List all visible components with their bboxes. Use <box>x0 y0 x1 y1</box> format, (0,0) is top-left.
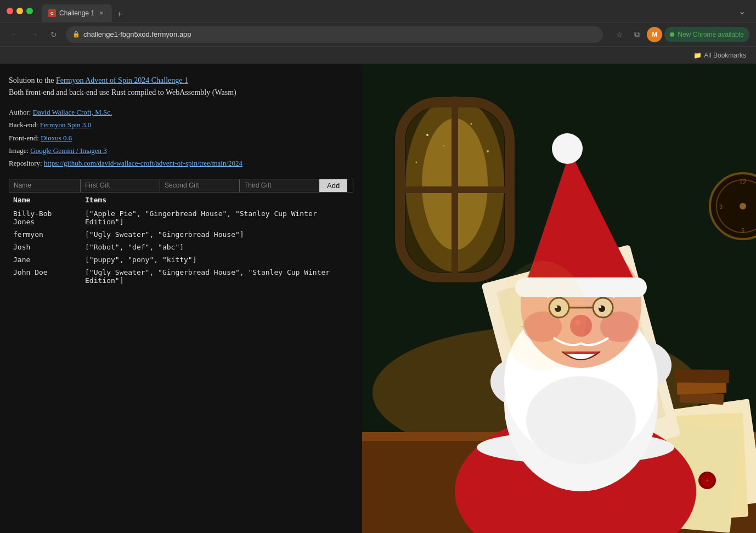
all-bookmarks-button[interactable]: 📁 All Bookmarks <box>690 50 749 61</box>
intro-text: Solution to the Fermyon Advent of Spin 2… <box>9 75 353 99</box>
maximize-button[interactable] <box>26 8 33 14</box>
folder-icon: 📁 <box>693 52 702 59</box>
meta-section: Author: David Wallace Croft, M.Sc. Back-… <box>9 106 353 170</box>
col-items-header: Items <box>81 192 353 207</box>
table-row: Josh["Robot", "def", "abc"] <box>9 241 353 253</box>
traffic-lights <box>7 8 33 14</box>
third-gift-input[interactable] <box>240 179 319 192</box>
santa-image: 12 3 6 9 ✦ <box>362 64 756 533</box>
gift-form: Add <box>9 179 353 192</box>
table-cell-name: Jane <box>9 253 81 266</box>
frontend-label: Front-end: <box>9 134 41 142</box>
address-text: challenge1-fbgn5xod.fermyon.app <box>83 30 596 38</box>
titlebar: C Challenge 1 ✕ + ⌄ <box>0 0 756 22</box>
svg-text:6: 6 <box>741 228 744 234</box>
svg-point-45 <box>526 376 636 464</box>
bookmarks-bar: 📁 All Bookmarks <box>0 46 756 64</box>
bookmark-button[interactable]: ☆ <box>612 27 627 42</box>
first-gift-input[interactable] <box>81 179 160 192</box>
svg-point-8 <box>426 134 428 136</box>
reload-button[interactable]: ↻ <box>46 27 61 42</box>
table-row: Jane["puppy", "pony", "kitty"] <box>9 253 353 266</box>
update-dot <box>670 32 674 37</box>
svg-text:9: 9 <box>719 204 723 210</box>
tab-close-button[interactable]: ✕ <box>98 9 105 17</box>
bookmark-icon: ☆ <box>616 30 623 39</box>
author-line: Author: David Wallace Croft, M.Sc. <box>9 106 353 118</box>
table-row: John Doe["Ugly Sweater", "Gingerbread Ho… <box>9 266 353 287</box>
svg-point-11 <box>416 162 418 163</box>
repo-line: Repository: https://github.com/david-wal… <box>9 157 353 169</box>
extensions-icon: ⧉ <box>634 30 640 39</box>
chrome-update-button[interactable]: New Chrome available <box>664 27 749 42</box>
back-button[interactable]: ← <box>7 27 22 42</box>
navbar: ← → ↻ 🔒 challenge1-fbgn5xod.fermyon.app … <box>0 22 756 46</box>
table-cell-items: ["Apple Pie", "Gingerbread House", "Stan… <box>81 207 353 228</box>
image-label: Image: <box>9 146 30 155</box>
add-button[interactable]: Add <box>319 179 347 192</box>
table-cell-name: Billy-Bob Jones <box>9 207 81 228</box>
svg-text:12: 12 <box>739 178 747 186</box>
svg-rect-31 <box>674 369 729 383</box>
minimize-button[interactable] <box>16 8 23 14</box>
profile-label: M <box>652 31 657 38</box>
repo-link[interactable]: https://github.com/david-wallace-croft/a… <box>44 159 242 167</box>
active-tab[interactable]: C Challenge 1 ✕ <box>42 4 112 22</box>
table-cell-items: ["Robot", "def", "abc"] <box>81 241 353 253</box>
table-header-row: Name Items <box>9 192 353 207</box>
forward-icon: → <box>30 30 38 39</box>
chrome-update-text: New Chrome available <box>678 31 744 38</box>
table-cell-items: ["Ugly Sweater", "Gingerbread House", "S… <box>81 266 353 287</box>
reload-icon: ↻ <box>50 30 57 39</box>
tab-title: Challenge 1 <box>59 9 94 17</box>
address-bar[interactable]: 🔒 challenge1-fbgn5xod.fermyon.app <box>66 26 603 43</box>
svg-point-55 <box>599 306 601 308</box>
nav-icons: ☆ ⧉ M New Chrome available <box>612 27 749 42</box>
frontend-link[interactable]: Dioxus 0.6 <box>41 134 72 142</box>
svg-point-12 <box>443 145 444 146</box>
table-row: fermyon["Ugly Sweater", "Gingerbread Hou… <box>9 228 353 241</box>
image-line: Image: Google Gemini / Imagen 3 <box>9 144 353 157</box>
table-cell-items: ["Ugly Sweater", "Gingerbread House"] <box>81 228 353 241</box>
lock-icon: 🔒 <box>72 31 80 38</box>
back-icon: ← <box>10 30 18 39</box>
author-label: Author: <box>9 108 33 116</box>
frontend-line: Front-end: Dioxus 0.6 <box>9 132 353 144</box>
backend-label: Back-end: <box>9 121 40 129</box>
table-cell-name: John Doe <box>9 266 81 287</box>
backend-link[interactable]: Fermyon Spin 3.0 <box>40 121 92 129</box>
tab-favicon: C <box>48 9 56 17</box>
extensions-button[interactable]: ⧉ <box>629 27 645 42</box>
table-cell-items: ["puppy", "pony", "kitty"] <box>81 253 353 266</box>
tabs-area: C Challenge 1 ✕ + <box>42 0 127 22</box>
author-link[interactable]: David Wallace Croft, M.Sc. <box>33 108 112 116</box>
svg-point-59 <box>552 133 583 164</box>
svg-text:✦: ✦ <box>705 478 709 484</box>
table-cell-name: fermyon <box>9 228 81 241</box>
table-cell-name: Josh <box>9 241 81 253</box>
profile-button[interactable]: M <box>647 27 662 42</box>
image-link[interactable]: Google Gemini / Imagen 3 <box>30 146 106 155</box>
name-input[interactable] <box>9 179 81 192</box>
svg-point-60 <box>499 261 586 371</box>
new-tab-button[interactable]: + <box>112 7 127 22</box>
close-button[interactable] <box>7 8 13 14</box>
second-gift-input[interactable] <box>160 179 240 192</box>
right-panel: 12 3 6 9 ✦ <box>362 64 756 533</box>
forward-button[interactable]: → <box>26 27 42 42</box>
svg-point-9 <box>471 123 472 125</box>
gift-table: Name Items Billy-Bob Jones["Apple Pie", … <box>9 192 353 287</box>
backend-line: Back-end: Fermyon Spin 3.0 <box>9 118 353 131</box>
col-name-header: Name <box>9 192 81 207</box>
all-bookmarks-label: All Bookmarks <box>704 52 746 59</box>
table-row: Billy-Bob Jones["Apple Pie", "Gingerbrea… <box>9 207 353 228</box>
main-content: Solution to the Fermyon Advent of Spin 2… <box>0 64 756 533</box>
svg-point-10 <box>487 150 489 152</box>
repo-label: Repository: <box>9 159 44 167</box>
svg-point-16 <box>740 203 746 209</box>
tab-menu-button[interactable]: ⌄ <box>734 3 749 19</box>
left-panel: Solution to the Fermyon Advent of Spin 2… <box>0 64 362 533</box>
challenge-link[interactable]: Fermyon Advent of Spin 2024 Challenge 1 <box>56 76 188 84</box>
